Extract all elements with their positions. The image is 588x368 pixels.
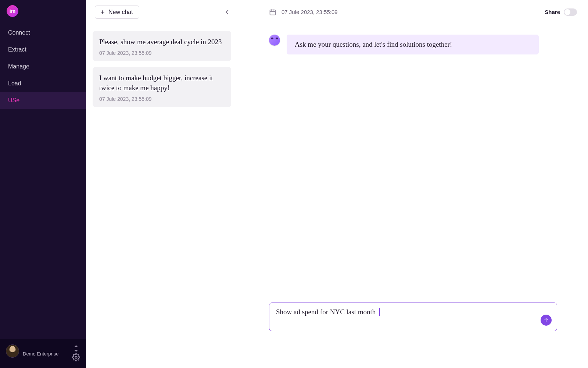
chevron-up-icon <box>74 345 78 347</box>
text-caret <box>379 308 380 316</box>
new-chat-label: New chat <box>108 9 133 15</box>
header-date: 07 Jule 2023, 23:55:09 <box>282 9 338 15</box>
sidebar-item-load[interactable]: Load <box>0 75 86 92</box>
send-button[interactable] <box>541 315 552 326</box>
share-toggle[interactable] <box>564 8 577 16</box>
logo-wrap: im <box>0 0 86 24</box>
chat-list-item[interactable]: I want to make budget bigger, increase i… <box>93 67 231 107</box>
bot-message-bubble: Ask me your questions, and let's find so… <box>287 35 539 54</box>
sidebar-item-label: Load <box>8 80 21 86</box>
main-header: 07 Jule 2023, 23:55:09 Share <box>238 0 588 24</box>
chat-list-item[interactable]: Please, show me average deal cycle in 20… <box>93 31 231 61</box>
header-right: Share <box>545 8 577 16</box>
bot-message-text: Ask me your questions, and let's find so… <box>295 40 452 48</box>
svg-rect-1 <box>270 10 276 15</box>
primary-nav: Connect Extract Manage Load USe <box>0 24 86 339</box>
share-label: Share <box>545 9 560 15</box>
chat-list-panel: New chat Please, show me average deal cy… <box>86 0 238 368</box>
user-name: Demo Enterprise <box>23 351 68 357</box>
chat-item-title: Please, show me average deal cycle in 20… <box>99 37 225 47</box>
chevron-down-icon <box>74 350 78 352</box>
sidebar-item-manage[interactable]: Manage <box>0 58 86 75</box>
sidebar-item-extract[interactable]: Extract <box>0 41 86 58</box>
sidebar-item-use[interactable]: USe <box>0 92 86 109</box>
chat-list-header: New chat <box>86 0 238 24</box>
sidebar-item-label: Connect <box>8 29 30 36</box>
sidebar-item-connect[interactable]: Connect <box>0 24 86 41</box>
user-avatar[interactable] <box>6 344 19 358</box>
app-logo-text: im <box>10 8 15 14</box>
gear-icon[interactable] <box>72 353 80 361</box>
chat-item-timestamp: 07 Jule 2023, 23:55:09 <box>99 50 225 56</box>
app-logo[interactable]: im <box>7 5 18 17</box>
sidebar-item-label: Manage <box>8 63 29 70</box>
sidebar-item-label: Extract <box>8 46 26 53</box>
composer-text-value: Show ad spend for NYC last month <box>276 308 376 316</box>
header-left: 07 Jule 2023, 23:55:09 <box>269 8 338 16</box>
message-input[interactable]: Show ad spend for NYC last month <box>269 302 557 331</box>
account-switcher[interactable] <box>74 344 79 353</box>
chat-items: Please, show me average deal cycle in 20… <box>86 24 238 114</box>
svg-point-0 <box>75 356 77 358</box>
plus-icon <box>100 9 105 15</box>
composer-area: Show ad spend for NYC last month <box>269 302 557 331</box>
bot-avatar-icon <box>269 35 280 46</box>
bot-message-row: Ask me your questions, and let's find so… <box>269 35 555 54</box>
sidebar: im Connect Extract Manage Load USe Demo … <box>0 0 86 368</box>
chat-item-title: I want to make budget bigger, increase i… <box>99 73 225 93</box>
collapse-panel-icon[interactable] <box>223 8 231 16</box>
new-chat-button[interactable]: New chat <box>95 6 139 19</box>
footer-controls <box>72 344 80 361</box>
conversation: Ask me your questions, and let's find so… <box>238 24 588 54</box>
sidebar-footer: Demo Enterprise <box>0 339 86 368</box>
calendar-icon <box>269 8 276 16</box>
chat-item-timestamp: 07 Jule 2023, 23:55:09 <box>99 96 225 102</box>
arrow-up-icon <box>543 317 549 323</box>
user-info: Demo Enterprise <box>23 344 68 357</box>
main-panel: 07 Jule 2023, 23:55:09 Share Ask me your… <box>238 0 588 368</box>
sidebar-item-label: USe <box>8 97 19 103</box>
composer-value: Show ad spend for NYC last month <box>276 308 380 316</box>
